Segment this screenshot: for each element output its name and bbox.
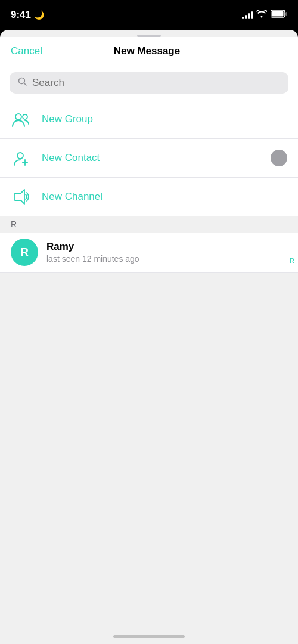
moon-icon: 🌙: [34, 10, 44, 20]
nav-title: New Message: [114, 45, 181, 57]
section-letter: R: [11, 219, 17, 229]
contact-status: last seen 12 minutes ago: [46, 254, 139, 264]
contact-name: Ramy: [46, 241, 139, 253]
status-icons: [242, 10, 287, 20]
search-container: [0, 66, 298, 100]
new-group-item[interactable]: New Group: [0, 100, 298, 139]
new-channel-label: New Channel: [42, 191, 103, 203]
search-icon: [18, 77, 27, 89]
cancel-button[interactable]: Cancel: [11, 45, 42, 57]
search-bar[interactable]: [10, 72, 288, 94]
add-contact-icon: [11, 147, 32, 169]
avatar-ramy: R: [11, 239, 38, 266]
alphabet-sidebar: R: [290, 256, 294, 265]
new-channel-item[interactable]: New Channel: [0, 178, 298, 216]
battery-icon: [271, 10, 287, 20]
signal-icon: [242, 11, 253, 19]
section-header-r: R: [0, 216, 298, 233]
new-group-label: New Group: [42, 113, 93, 125]
contact-info-ramy: Ramy last seen 12 minutes ago: [46, 241, 139, 264]
svg-line-4: [24, 83, 27, 86]
actions-list: New Group New Contact: [0, 100, 298, 216]
avatar-initial: R: [20, 246, 29, 259]
group-icon: [11, 109, 32, 130]
alphabet-letter-r[interactable]: R: [290, 256, 294, 265]
wifi-icon: [256, 10, 267, 20]
home-indicator: [113, 635, 185, 638]
svg-rect-2: [285, 12, 287, 16]
search-input[interactable]: [32, 77, 280, 89]
sheet-container: Cancel New Message: [0, 30, 298, 644]
status-time: 9:41 🌙: [11, 9, 44, 21]
new-contact-label: New Contact: [42, 152, 100, 164]
time-label: 9:41: [11, 9, 31, 21]
svg-point-6: [23, 114, 27, 119]
contact-item-ramy[interactable]: R Ramy last seen 12 minutes ago: [0, 233, 298, 273]
svg-rect-1: [272, 11, 284, 17]
new-contact-item[interactable]: New Contact: [0, 139, 298, 178]
channel-icon: [11, 186, 32, 208]
svg-point-5: [15, 114, 21, 120]
scroll-indicator: [271, 150, 287, 166]
svg-point-7: [17, 153, 23, 159]
status-bar: 9:41 🌙: [0, 0, 298, 30]
nav-header: Cancel New Message: [0, 37, 298, 66]
